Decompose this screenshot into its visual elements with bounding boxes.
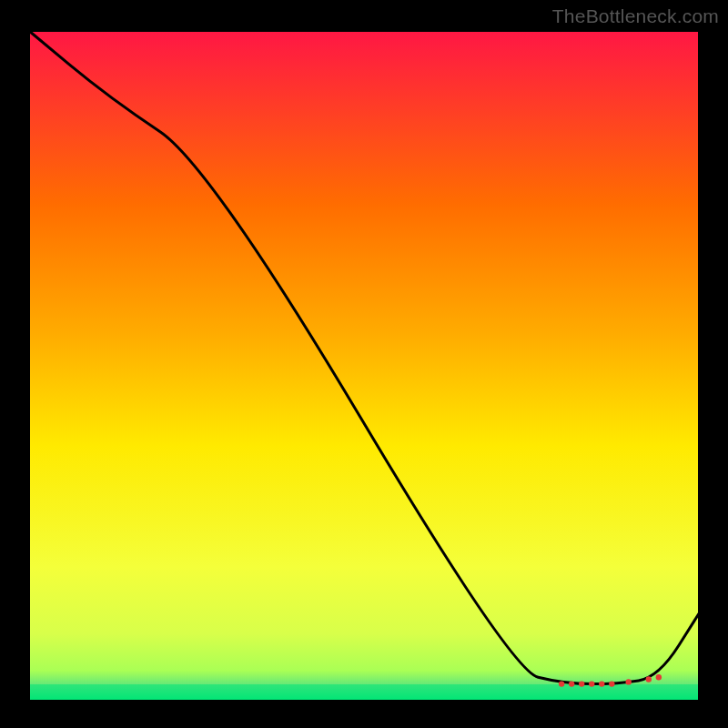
- chart-marker: [609, 681, 614, 686]
- chart-marker: [579, 681, 584, 686]
- chart-marker: [559, 681, 564, 686]
- chart-container: TheBottleneck.com: [0, 0, 728, 728]
- chart-plot-area: [29, 31, 699, 701]
- chart-marker: [569, 681, 574, 686]
- chart-marker: [599, 681, 604, 686]
- chart-marker: [626, 679, 632, 684]
- chart-green-band: [29, 684, 699, 701]
- chart-svg: [0, 0, 728, 728]
- chart-marker: [646, 676, 652, 682]
- watermark-text: TheBottleneck.com: [552, 5, 719, 27]
- chart-marker: [656, 674, 662, 680]
- chart-marker: [589, 681, 594, 686]
